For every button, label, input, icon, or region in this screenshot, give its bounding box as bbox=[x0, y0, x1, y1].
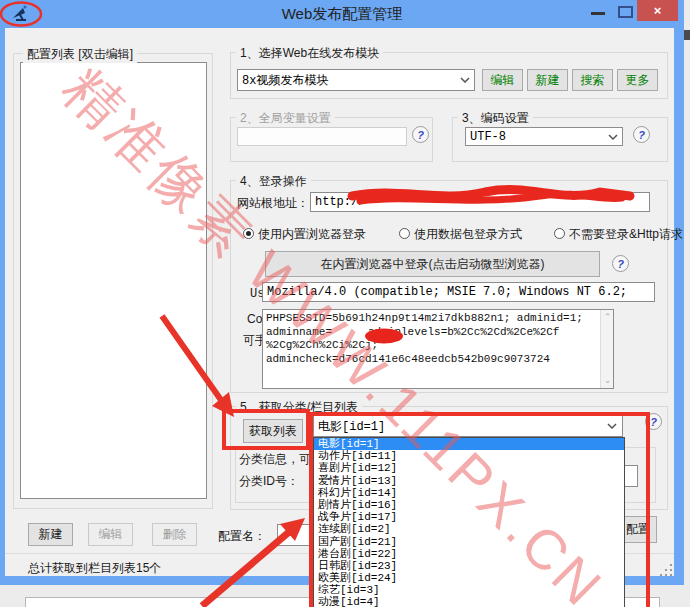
dropdown-item[interactable]: 连续剧[id=2] bbox=[314, 523, 624, 535]
global-var-input[interactable] bbox=[237, 127, 407, 146]
radio-packet-login[interactable]: 使用数据包登录方式 bbox=[399, 226, 522, 243]
dropdown-item[interactable]: 港台剧[id=22] bbox=[314, 548, 624, 560]
statusbar-text: 总计获取到栏目列表15个 bbox=[28, 560, 161, 577]
dropdown-item[interactable]: 喜剧片[id=12] bbox=[314, 462, 624, 474]
help-icon[interactable]: ? bbox=[612, 255, 629, 272]
section3-label: 3、编码设置 bbox=[458, 110, 533, 127]
edit-config-button[interactable]: 编辑 bbox=[88, 523, 133, 546]
radio-icon bbox=[399, 228, 410, 239]
delete-config-button[interactable]: 删除 bbox=[152, 523, 197, 546]
site-root-label: 网站根地址： bbox=[237, 195, 309, 212]
radio-builtin-browser-login[interactable]: 使用内置浏览器登录 bbox=[243, 226, 366, 243]
chevron-down-icon[interactable] bbox=[458, 69, 472, 91]
help-icon[interactable]: ? bbox=[412, 126, 429, 143]
scroll-up-icon[interactable]: ⌃ bbox=[602, 312, 613, 323]
radio-label: 使用数据包登录方式 bbox=[414, 227, 522, 241]
screen: Web发布配置管理 × 配置列表 [双击编辑] 1、选择Web在线发布模块 8x… bbox=[0, 0, 690, 607]
dropdown-item[interactable]: 动作片[id=11] bbox=[314, 450, 624, 462]
radio-icon bbox=[243, 228, 254, 239]
category-id-label: 分类ID号： bbox=[239, 473, 299, 490]
config-list-group-label: 配置列表 [双击编辑] bbox=[23, 46, 137, 63]
category-select-value: 电影[id=1] bbox=[318, 420, 385, 434]
site-root-input[interactable]: http:// bbox=[310, 192, 650, 212]
dropdown-item[interactable]: 科幻片[id=14] bbox=[314, 487, 624, 499]
cookie-textarea[interactable]: PHPSESSID=5b691h24np9t14m2i7dkb882n1; ad… bbox=[262, 309, 614, 389]
dropdown-item[interactable]: 剧情片[id=16] bbox=[314, 499, 624, 511]
category-info-label: 分类信息，可 bbox=[239, 451, 311, 468]
radio-icon bbox=[554, 228, 565, 239]
dropdown-item[interactable]: 欧美剧[id=24] bbox=[314, 572, 624, 584]
useragent-value: Mozilla/4.0 (compatible; MSIE 7.0; Windo… bbox=[267, 285, 627, 299]
dropdown-item[interactable]: 爱情片[id=13] bbox=[314, 475, 624, 487]
dropdown-item[interactable]: 国产剧[id=21] bbox=[314, 536, 624, 548]
module-search-button[interactable]: 搜索 bbox=[572, 69, 613, 91]
close-button[interactable]: × bbox=[637, 0, 678, 21]
dropdown-item[interactable]: 战争片[id=17] bbox=[314, 511, 624, 523]
dropdown-item[interactable]: 日韩剧[id=23] bbox=[314, 560, 624, 572]
radio-label: 不需要登录&Http请求 bbox=[569, 227, 683, 241]
scroll-down-icon[interactable]: ⌄ bbox=[602, 375, 613, 386]
titlebar: Web发布配置管理 × bbox=[0, 0, 684, 28]
encoding-select[interactable]: UTF-8 bbox=[465, 127, 623, 146]
radio-label: 使用内置浏览器登录 bbox=[258, 227, 366, 241]
fetch-list-button[interactable]: 获取列表 bbox=[243, 419, 303, 443]
chevron-down-icon[interactable] bbox=[605, 415, 619, 437]
minimize-button[interactable] bbox=[591, 12, 605, 15]
section2-label: 2、全局变量设置 bbox=[236, 110, 335, 127]
help-icon[interactable]: ? bbox=[645, 413, 662, 430]
module-more-button[interactable]: 更多 bbox=[617, 69, 658, 91]
resize-grip[interactable] bbox=[660, 564, 674, 578]
category-select[interactable]: 电影[id=1] bbox=[313, 415, 623, 437]
module-select[interactable]: 8x视频发布模块 bbox=[237, 69, 475, 91]
maximize-button[interactable] bbox=[618, 6, 633, 18]
chevron-down-icon[interactable] bbox=[606, 127, 620, 146]
section4-label: 4、登录操作 bbox=[236, 173, 311, 190]
browser-login-button[interactable]: 在内置浏览器中登录(点击启动微型浏览器) bbox=[265, 251, 600, 277]
section1-label: 1、选择Web在线发布模块 bbox=[236, 45, 383, 62]
dropdown-item[interactable]: 电影[id=1] bbox=[314, 438, 624, 450]
module-select-value: 8x视频发布模块 bbox=[242, 74, 328, 88]
dropdown-item[interactable]: 综艺[id=3] bbox=[314, 584, 624, 596]
config-listbox[interactable] bbox=[20, 62, 207, 499]
background-window-fragment bbox=[684, 30, 690, 40]
module-new-button[interactable]: 新建 bbox=[527, 69, 568, 91]
encoding-select-value: UTF-8 bbox=[470, 130, 506, 144]
module-edit-button[interactable]: 编辑 bbox=[482, 69, 523, 91]
useragent-input[interactable]: Mozilla/4.0 (compatible; MSIE 7.0; Windo… bbox=[262, 282, 655, 302]
help-icon[interactable]: ? bbox=[633, 126, 650, 143]
radio-no-login[interactable]: 不需要登录&Http请求 bbox=[554, 226, 683, 243]
section5-label: 5、获取分类/栏目列表 bbox=[236, 399, 362, 416]
cookie-text: PHPSESSID=5b691h24np9t14m2i7dkb882n1; ad… bbox=[266, 312, 596, 366]
config-name-label: 配置名： bbox=[218, 528, 266, 545]
dropdown-item[interactable]: 动漫[id=4] bbox=[314, 596, 624, 607]
scrollbar[interactable]: ⌃ ⌄ bbox=[600, 310, 613, 388]
category-dropdown-list[interactable]: 电影[id=1]动作片[id=11]喜剧片[id=12]爱情片[id=13]科幻… bbox=[313, 437, 625, 607]
window-title: Web发布配置管理 bbox=[0, 5, 684, 24]
new-config-button[interactable]: 新建 bbox=[28, 523, 73, 546]
site-root-value: http:// bbox=[315, 195, 365, 209]
